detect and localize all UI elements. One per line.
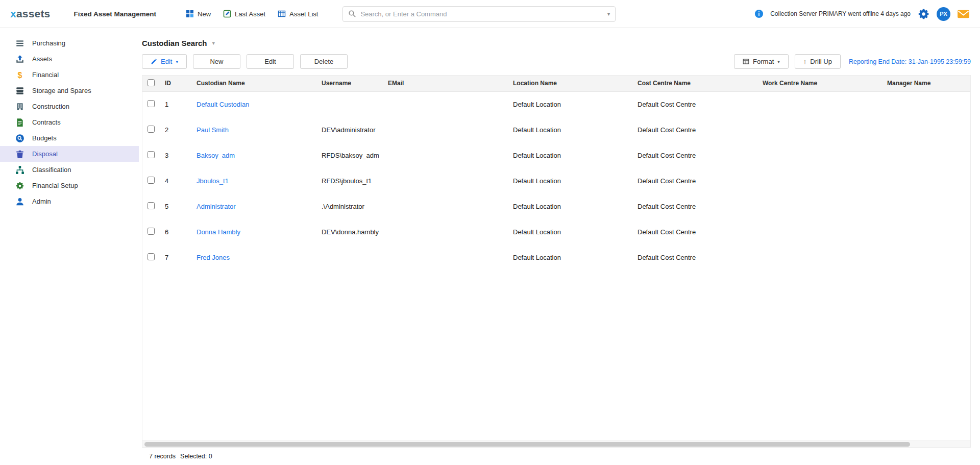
cell-work-centre	[758, 244, 883, 270]
delete-button[interactable]: Delete	[300, 54, 348, 69]
search-input[interactable]	[360, 10, 603, 18]
info-icon[interactable]	[754, 9, 764, 18]
topbar: xassets Fixed Asset Management NewLast A…	[0, 0, 980, 28]
custodian-link[interactable]: Administrator	[197, 203, 236, 210]
row-checkbox[interactable]	[148, 126, 155, 133]
column-header-username[interactable]: Username	[317, 76, 384, 91]
sidebar-item-financial[interactable]: $Financial	[0, 67, 139, 83]
page-title-dropdown-icon[interactable]: ▾	[212, 40, 215, 46]
sidebar-item-assets[interactable]: Assets	[0, 51, 139, 67]
mail-icon[interactable]	[957, 8, 970, 20]
sidebar-item-construction[interactable]: Construction	[0, 99, 139, 114]
new-icon	[186, 10, 194, 18]
column-header-manager-name[interactable]: Manager Name	[883, 76, 970, 91]
cell-manager	[883, 193, 970, 219]
format-grid-icon	[743, 58, 749, 65]
cell-manager	[883, 168, 970, 193]
search-icon	[348, 10, 356, 18]
column-header-cost-centre-name[interactable]: Cost Centre Name	[633, 76, 758, 91]
cell-cost-centre: Default Cost Centre	[633, 219, 758, 244]
custodian-link[interactable]: Default Custodian	[197, 101, 249, 108]
reporting-end-date-link[interactable]: Reporting End Date: 31-Jan-1995 23:59:59	[849, 58, 971, 65]
cell-id: 6	[161, 219, 192, 244]
settings-gear-icon[interactable]	[917, 8, 930, 20]
sidebar-item-admin[interactable]: Admin	[0, 193, 139, 209]
cell-email	[384, 193, 509, 219]
column-header-location-name[interactable]: Location Name	[509, 76, 633, 91]
cell-custodian-name: Paul Smith	[192, 117, 317, 142]
cell-custodian-name: Donna Hambly	[192, 219, 317, 244]
cell-cost-centre: Default Cost Centre	[633, 244, 758, 270]
cell-manager	[883, 142, 970, 168]
table-row: 5Administrator.\AdministratorDefault Loc…	[142, 193, 970, 219]
cell-id: 1	[161, 91, 192, 117]
custodian-link[interactable]: Paul Smith	[197, 126, 229, 134]
quick-action-new[interactable]: New	[186, 10, 211, 18]
sidebar-item-storage-and-spares[interactable]: Storage and Spares	[0, 83, 139, 99]
custodian-link[interactable]: Fred Jones	[197, 254, 230, 261]
sidebar-item-purchasing[interactable]: Purchasing	[0, 35, 139, 51]
column-header-id[interactable]: ID	[161, 76, 192, 91]
custodian-link[interactable]: Donna Hambly	[197, 228, 240, 236]
custodian-link[interactable]: Baksoy_adm	[197, 152, 235, 159]
sidebar-item-label: Purchasing	[32, 39, 65, 47]
main-content: Custodian Search ▾ Edit ▾ New Edit Delet…	[139, 28, 980, 465]
column-header-email[interactable]: EMail	[384, 76, 509, 91]
sidebar-item-label: Assets	[32, 55, 52, 63]
table-row: 4Jboulos_t1RFDS\jboulos_t1Default Locati…	[142, 168, 970, 193]
topbar-right: Collection Server PRIMARY went offline 4…	[754, 7, 970, 21]
cell-username: RFDS\baksoy_adm	[317, 142, 384, 168]
cell-manager	[883, 91, 970, 117]
edit-menu-button[interactable]: Edit ▾	[142, 54, 187, 69]
row-checkbox[interactable]	[148, 100, 155, 107]
cell-username: RFDS\jboulos_t1	[317, 168, 384, 193]
format-label: Format	[753, 58, 774, 65]
sidebar-item-disposal[interactable]: Disposal	[0, 146, 139, 162]
cell-username: DEV\administrator	[317, 117, 384, 142]
sidebar-item-budgets[interactable]: Budgets	[0, 130, 139, 146]
row-checkbox[interactable]	[148, 151, 155, 158]
custodian-link[interactable]: Jboulos_t1	[197, 177, 229, 185]
cell-custodian-name: Fred Jones	[192, 244, 317, 270]
column-header-custodian-name[interactable]: Custodian Name	[192, 76, 317, 91]
classification-icon	[15, 165, 24, 175]
select-all-checkbox[interactable]	[148, 79, 155, 86]
contracts-icon	[15, 118, 24, 127]
app-title: Fixed Asset Management	[74, 10, 156, 18]
edit-button[interactable]: Edit	[247, 54, 294, 69]
horizontal-scrollbar-thumb[interactable]	[144, 442, 910, 447]
construction-icon	[15, 102, 24, 111]
sidebar-item-label: Storage and Spares	[32, 87, 91, 94]
horizontal-scrollbar[interactable]	[142, 440, 970, 447]
row-checkbox[interactable]	[148, 177, 155, 184]
new-button[interactable]: New	[193, 54, 240, 69]
format-button[interactable]: Format ▾	[734, 54, 789, 69]
cell-work-centre	[758, 193, 883, 219]
command-search-box[interactable]: ▾	[342, 6, 616, 22]
data-grid: IDCustodian NameUsernameEMailLocation Na…	[142, 75, 971, 448]
cell-cost-centre: Default Cost Centre	[633, 168, 758, 193]
grid-header-row: IDCustodian NameUsernameEMailLocation Na…	[142, 76, 970, 91]
quick-action-asset-list[interactable]: Asset List	[278, 10, 318, 18]
page-title-row: Custodian Search ▾	[142, 36, 971, 50]
app-logo[interactable]: xassets	[10, 8, 50, 20]
purchasing-icon	[15, 39, 24, 48]
format-caret-icon: ▾	[777, 59, 780, 64]
search-chevron-down-icon[interactable]: ▾	[607, 11, 610, 17]
cell-email	[384, 142, 509, 168]
sidebar-item-financial-setup[interactable]: Financial Setup	[0, 178, 139, 193]
quick-action-last-asset[interactable]: Last Asset	[223, 10, 265, 18]
column-header-work-centre-name[interactable]: Work Centre Name	[758, 76, 883, 91]
cell-email	[384, 91, 509, 117]
row-checkbox[interactable]	[148, 202, 155, 209]
row-checkbox[interactable]	[148, 253, 155, 260]
drill-up-button[interactable]: ↑ Drill Up	[795, 54, 841, 69]
table-row: 6Donna HamblyDEV\donna.hamblyDefault Loc…	[142, 219, 970, 244]
sidebar-item-classification[interactable]: Classification	[0, 162, 139, 178]
logo-x: x	[10, 8, 16, 19]
cell-location: Default Location	[509, 142, 633, 168]
admin-icon	[15, 197, 24, 206]
sidebar-item-contracts[interactable]: Contracts	[0, 114, 139, 130]
row-checkbox[interactable]	[148, 228, 155, 235]
avatar[interactable]: PX	[937, 7, 950, 21]
